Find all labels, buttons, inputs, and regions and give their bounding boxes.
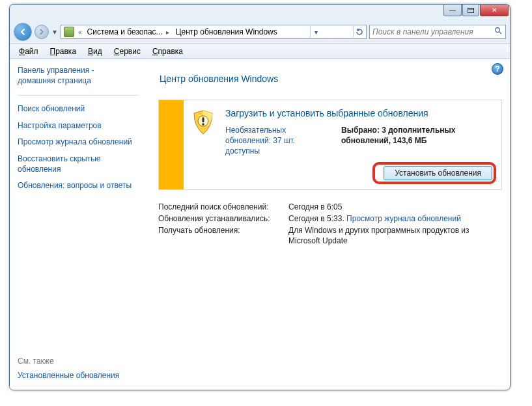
minimize-button[interactable]: — [443,5,462,16]
control-panel-icon [64,27,74,37]
info-rows: Последний поиск обновлений: Сегодня в 6:… [158,202,502,247]
breadcrumb-label: Система и безопас... [87,27,163,36]
sidebar-item-installed-updates[interactable]: Установленные обновления [18,371,139,381]
menu-help[interactable]: Справка [147,46,188,57]
info-row-last-check: Последний поиск обновлений: Сегодня в 6:… [158,202,502,212]
selected-updates-summary: Выбрано: 3 дополнительных обновлений, 14… [341,125,455,157]
close-button[interactable]: ✕ [480,5,509,16]
back-button[interactable] [14,23,32,41]
svg-rect-5 [203,117,204,122]
optional-updates-link[interactable]: Необязательных обновлений: 37 шт. доступ… [225,125,329,157]
address-dropdown[interactable]: ▾ [310,26,322,38]
navigation-row: ▾ « Система и безопас... ▸ Центр обновле… [10,21,510,44]
sidebar-item-search-updates[interactable]: Поиск обновлений [18,104,139,115]
forward-button[interactable] [35,25,49,39]
info-value: Для Windows и других программных продукт… [288,225,471,246]
nav-history-dropdown[interactable]: ▾ [51,27,58,36]
address-bar[interactable]: « Система и безопас... ▸ Центр обновлени… [61,25,367,39]
info-label: Обновления устанавливались: [158,213,288,224]
chevron-right-icon: ▸ [165,29,171,36]
sidebar-item-settings[interactable]: Настройка параметров [18,121,139,131]
breadcrumb-seg-2[interactable]: Центр обновления Windows [175,27,279,37]
sidebar: Панель управления - домашняя страница По… [10,59,147,390]
menu-bar: Файл Правка Вид Сервис Справка [10,44,510,59]
window-frame: — ✕ ▾ « Система и безопас... ▸ Центр обн… [9,4,511,390]
maximize-button[interactable] [462,5,479,16]
install-updates-button[interactable]: Установить обновления [384,166,492,180]
status-stripe [159,100,184,189]
svg-line-3 [499,32,501,34]
see-also-label: См. также [18,357,139,366]
info-label: Последний поиск обновлений: [158,202,288,212]
sidebar-item-restore-hidden[interactable]: Восстановить скрытые обновления [18,154,139,174]
titlebar: — ✕ [10,5,510,21]
search-input[interactable]: Поиск в панели управления [369,25,506,39]
menu-file[interactable]: Файл [14,46,44,57]
updates-box-title: Загрузить и установить выбранные обновле… [225,108,492,118]
menu-tools[interactable]: Сервис [109,46,146,57]
svg-point-2 [496,28,500,33]
refresh-button[interactable] [353,26,365,38]
search-placeholder: Поиск в панели управления [372,27,473,36]
info-value: Сегодня в 6:05 [288,202,342,212]
breadcrumb-overflow-icon[interactable]: « [77,29,83,36]
shield-warning-icon [184,100,223,189]
history-link[interactable]: Просмотр журнала обновлений [346,214,461,223]
svg-point-6 [202,123,204,125]
info-label: Получать обновления: [158,225,288,246]
sidebar-item-history[interactable]: Просмотр журнала обновлений [18,137,139,148]
search-icon [494,27,503,37]
breadcrumb-label: Центр обновления Windows [176,27,277,36]
updates-status-box: Загрузить и установить выбранные обновле… [158,100,502,190]
info-row-last-install: Обновления устанавливались: Сегодня в 5:… [158,213,502,224]
breadcrumb-seg-1[interactable]: Система и безопас... ▸ [86,27,172,37]
info-value: Сегодня в 5:33. [288,214,344,223]
help-icon[interactable]: ? [492,63,503,75]
content-area: ? Центр обновления Windows [147,59,510,390]
page-title: Центр обновления Windows [160,74,502,84]
menu-edit[interactable]: Правка [45,46,82,57]
divider [18,95,139,96]
sidebar-home-link[interactable]: Панель управления - домашняя страница [18,66,139,86]
info-row-source: Получать обновления: Для Windows и други… [158,225,502,246]
sidebar-item-faq[interactable]: Обновления: вопросы и ответы [18,181,139,191]
menu-view[interactable]: Вид [83,46,107,57]
